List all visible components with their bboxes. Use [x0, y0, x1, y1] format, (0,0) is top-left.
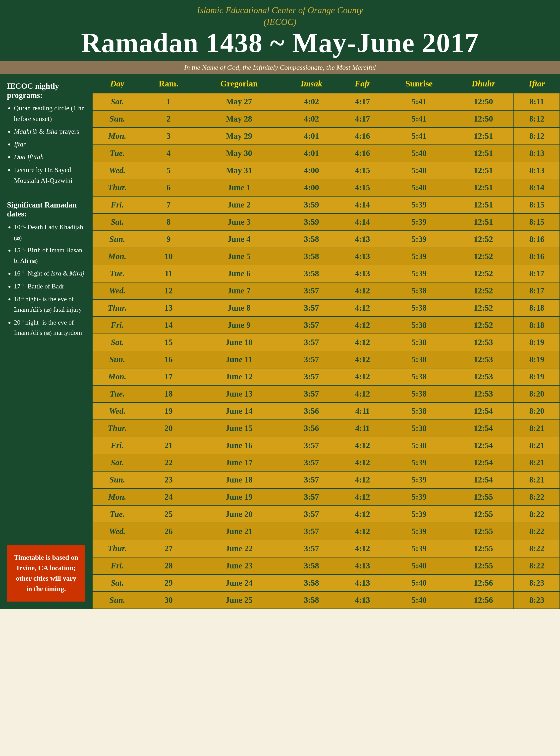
table-cell: 13: [142, 299, 195, 316]
table-cell: Sun.: [92, 592, 142, 609]
table-cell: 30: [142, 592, 195, 609]
table-cell: 3:58: [283, 248, 340, 265]
table-cell: 4:01: [283, 128, 340, 145]
table-cell: 12:54: [453, 437, 514, 454]
table-cell: June 18: [195, 471, 283, 488]
table-cell: 5:40: [385, 575, 453, 592]
table-cell: 4:13: [340, 231, 385, 248]
table-cell: 5:39: [385, 488, 453, 506]
table-cell: Sun.: [92, 471, 142, 488]
table-cell: June 21: [195, 523, 283, 540]
table-cell: Sat.: [92, 334, 142, 351]
table-cell: 7: [142, 196, 195, 213]
table-cell: 8:17: [514, 265, 560, 282]
table-cell: 8: [142, 213, 195, 231]
table-cell: 12:50: [453, 110, 514, 128]
list-item: Maghrib & Isha prayers: [14, 126, 85, 137]
table-cell: 4:12: [340, 385, 385, 403]
table-cell: 12:51: [453, 128, 514, 145]
table-cell: 20: [142, 420, 195, 437]
table-cell: June 22: [195, 540, 283, 557]
table-cell: 4:12: [340, 299, 385, 316]
table-cell: 8:22: [514, 540, 560, 557]
list-item: Quran reading circle (1 hr. before sunse…: [14, 103, 85, 124]
list-item: 16th- Night of Isra & Miraj: [14, 268, 85, 279]
table-cell: Fri.: [92, 316, 142, 334]
table-cell: 3:57: [283, 368, 340, 385]
table-row: Thur.27June 223:574:125:3912:558:22: [92, 540, 560, 557]
table-cell: June 4: [195, 231, 283, 248]
table-cell: 5:38: [385, 334, 453, 351]
table-cell: 12: [142, 282, 195, 299]
table-cell: Tue.: [92, 265, 142, 282]
list-item: 15th- Birth of Imam Hasan b. Ali (as): [14, 245, 85, 266]
table-cell: 8:17: [514, 282, 560, 299]
table-cell: 8:18: [514, 299, 560, 316]
table-cell: June 10: [195, 334, 283, 351]
table-cell: 4:02: [283, 93, 340, 110]
table-cell: 5:40: [385, 179, 453, 196]
table-cell: 5:39: [385, 196, 453, 213]
table-row: Thur.20June 153:564:115:3812:548:21: [92, 420, 560, 437]
table-cell: Sun.: [92, 231, 142, 248]
col-header-iftar: Iftar: [514, 74, 560, 93]
table-cell: 8:12: [514, 128, 560, 145]
table-cell: 5:41: [385, 128, 453, 145]
table-cell: 12:52: [453, 282, 514, 299]
table-cell: 12:53: [453, 385, 514, 403]
table-cell: 12:55: [453, 523, 514, 540]
col-header-sunrise: Sunrise: [385, 74, 453, 93]
table-cell: 5:38: [385, 351, 453, 368]
table-cell: 3:56: [283, 403, 340, 420]
sidebar-programs: IECOC nightly programs: Quran reading ci…: [7, 81, 85, 188]
table-cell: 2: [142, 110, 195, 128]
table-cell: 26: [142, 523, 195, 540]
table-cell: 12:55: [453, 540, 514, 557]
table-cell: 4:14: [340, 196, 385, 213]
table-row: Fri.21June 163:574:125:3812:548:21: [92, 437, 560, 454]
table-cell: 12:51: [453, 145, 514, 162]
table-area: Day Ram. Gregorian Imsak Fajr Sunrise Dh…: [92, 74, 560, 609]
table-cell: 4:13: [340, 575, 385, 592]
table-cell: 10: [142, 248, 195, 265]
table-cell: 4:12: [340, 506, 385, 523]
table-cell: 12:54: [453, 471, 514, 488]
table-cell: 8:20: [514, 385, 560, 403]
table-cell: 4: [142, 145, 195, 162]
table-row: Sat.1May 274:024:175:4112:508:11: [92, 93, 560, 110]
table-cell: June 12: [195, 368, 283, 385]
table-cell: 14: [142, 316, 195, 334]
list-item: Dua Iftitah: [14, 152, 85, 162]
table-cell: 15: [142, 334, 195, 351]
col-header-dhuhr: Dhuhr: [453, 74, 514, 93]
programs-title: IECOC nightly programs:: [7, 81, 85, 100]
table-cell: 4:11: [340, 420, 385, 437]
table-cell: 8:19: [514, 368, 560, 385]
table-cell: Sun.: [92, 351, 142, 368]
table-cell: 5:39: [385, 523, 453, 540]
table-cell: 3:57: [283, 506, 340, 523]
table-cell: 4:15: [340, 162, 385, 179]
table-cell: 3:57: [283, 523, 340, 540]
list-item: Iftar: [14, 139, 85, 150]
table-cell: Thur.: [92, 420, 142, 437]
table-cell: 5:38: [385, 403, 453, 420]
table-cell: Sat.: [92, 575, 142, 592]
table-cell: 4:16: [340, 145, 385, 162]
table-cell: 3:59: [283, 213, 340, 231]
table-row: Sat.29June 243:584:135:4012:568:23: [92, 575, 560, 592]
table-cell: 8:13: [514, 162, 560, 179]
table-cell: 25: [142, 506, 195, 523]
table-cell: 4:12: [340, 316, 385, 334]
table-cell: 12:54: [453, 454, 514, 471]
sidebar: IECOC nightly programs: Quran reading ci…: [0, 74, 92, 609]
col-header-day: Day: [92, 74, 142, 93]
table-cell: Thur.: [92, 179, 142, 196]
table-cell: 4:11: [340, 403, 385, 420]
table-row: Wed.19June 143:564:115:3812:548:20: [92, 403, 560, 420]
table-cell: Wed.: [92, 162, 142, 179]
table-cell: 5:38: [385, 368, 453, 385]
table-cell: June 17: [195, 454, 283, 471]
table-cell: 3:58: [283, 265, 340, 282]
table-cell: 12:53: [453, 351, 514, 368]
